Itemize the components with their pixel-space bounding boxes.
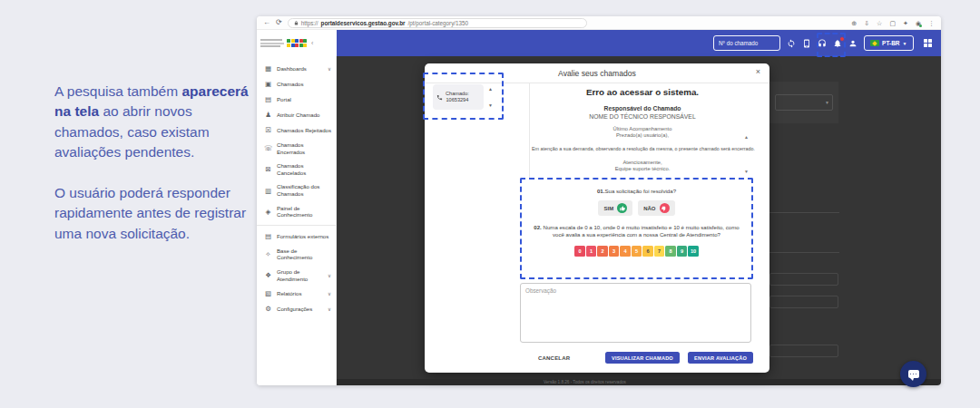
language-selector[interactable]: PT-BR ▼: [864, 35, 913, 51]
sidebar-item-label: Chamados Encerrados: [277, 141, 331, 155]
notifications-button[interactable]: [833, 39, 842, 48]
sidebar-item-chamados-cancelados[interactable]: ⊠Chamados Cancelados: [257, 159, 336, 180]
sidebar-item-label: Base de Conhecimento: [277, 248, 331, 261]
dashboard-icon: ▦: [264, 64, 272, 73]
sidebar-item-chamados-encerrados[interactable]: ☏Chamados Encerrados: [257, 138, 336, 159]
sidebar-item-relatorios[interactable]: ▧Relatórios∨: [257, 286, 336, 301]
sidebar-divider: [257, 225, 336, 226]
ticket-search-input[interactable]: [713, 35, 780, 51]
cancelled-icon: ⊠: [264, 165, 272, 173]
sidebar-item-dashboards[interactable]: ▦Dashboards∨: [257, 61, 336, 76]
rating-2[interactable]: 2: [597, 246, 608, 257]
sidebar-item-chamados-rejeitados[interactable]: ☒Chamados Rejeitados: [257, 122, 336, 138]
view-ticket-button[interactable]: VISUALIZAR CHAMADO: [605, 352, 680, 364]
chrome-toolbar-icons: ⊕ ⇩ ☆ ▢ ✦ ◉ ⋮: [851, 20, 935, 26]
app-header: ‹ PT-BR ▼: [257, 30, 941, 56]
mobile-icon: [802, 39, 811, 48]
cancel-button[interactable]: CANCELAR: [538, 355, 570, 361]
followup-signature: Equipe suporte técnico.: [532, 166, 753, 171]
followup-label: Último Acompanhamento: [532, 126, 753, 131]
ticket-subject: Erro ao acessar o sistema.: [532, 87, 753, 97]
question-1-text: Sua solicitação foi resolvida?: [604, 188, 676, 194]
send-rating-button[interactable]: ENVIAR AVALIAÇÃO: [688, 352, 753, 364]
sidebar: ▦Dashboards∨▣Chamados▤Portal♟Atribuir Ch…: [257, 56, 337, 385]
extensions-icon[interactable]: ✦: [903, 20, 908, 26]
sidebar-item-label: Classificação dos Chamados: [277, 183, 331, 197]
ticket-scroll-up-icon[interactable]: ▲: [488, 86, 493, 92]
rating-9[interactable]: 9: [677, 246, 688, 257]
zoom-icon[interactable]: ⊕: [851, 20, 857, 26]
language-label: PT-BR: [882, 40, 900, 46]
followup-scroll-up-icon[interactable]: ▲: [744, 134, 749, 140]
sidebar-item-label: Grupo de Atendimento: [277, 268, 323, 282]
caption-p1-pre: A pesquisa também: [54, 83, 181, 99]
side-panel-icon[interactable]: ▢: [889, 20, 896, 26]
sync-button[interactable]: [787, 39, 796, 48]
close-icon[interactable]: ×: [756, 68, 760, 76]
ticket-number: 10653294: [446, 97, 468, 102]
classification-icon: ▥: [264, 187, 272, 195]
collapse-sidebar-button[interactable]: ‹: [311, 40, 313, 46]
sidebar-item-painel-de-conhecimento[interactable]: ◈Painel de Conhecimento: [257, 201, 336, 222]
rating-7[interactable]: 7: [654, 246, 665, 257]
url-path: /pt/portal-category/1350: [408, 20, 469, 26]
address-bar[interactable]: https://portaldeservicos.gestao.gov.br/p…: [288, 18, 587, 28]
sidebar-item-base-de-conhecimento[interactable]: ✧Base de Conhecimento: [257, 244, 336, 265]
dimmed-input-field: [769, 296, 838, 308]
rating-5[interactable]: 5: [632, 246, 642, 257]
back-button[interactable]: ←: [263, 19, 270, 26]
bookmark-star-icon[interactable]: ☆: [877, 20, 882, 26]
sidebar-item-label: Relatórios: [277, 290, 301, 297]
knowledge-base-icon: ✧: [264, 250, 272, 258]
external-forms-icon: ▤: [264, 232, 272, 240]
ended-icon: ☏: [264, 144, 272, 152]
page: A pesquisa também aparecerá na tela ao a…: [0, 0, 980, 408]
question-2-text: Numa escala de 0 a 10, onde 0 é muito in…: [544, 224, 740, 238]
thumb-down-icon: [660, 203, 670, 213]
responsible-label: Responsável do Chamado: [532, 105, 753, 112]
sidebar-item-configuracoes[interactable]: ⚙Configurações∨: [257, 301, 336, 316]
sidebar-item-formularios-externos[interactable]: ▤Formulários externos: [257, 228, 336, 244]
dimmed-select-field: ▼: [775, 94, 833, 111]
sidebar-item-portal[interactable]: ▤Portal: [257, 92, 336, 107]
url-scheme: https://: [301, 20, 318, 26]
rating-4[interactable]: 4: [620, 246, 631, 257]
settings-icon: ⚙: [264, 305, 272, 313]
question-1: 01.Sua solicitação foi resolvida?: [522, 188, 751, 195]
browser-menu-icon[interactable]: ⋮: [928, 20, 935, 26]
sidebar-item-chamados[interactable]: ▣Chamados: [257, 76, 336, 92]
notification-badge: [839, 36, 845, 42]
observation-textarea[interactable]: [520, 283, 751, 343]
headset-button[interactable]: [818, 39, 827, 48]
rating-8[interactable]: 8: [665, 246, 676, 257]
profile-button[interactable]: [848, 39, 858, 48]
sidebar-item-label: Portal: [277, 96, 291, 103]
brasil-logo: [287, 39, 307, 47]
apps-grid-button[interactable]: [924, 39, 933, 48]
sidebar-item-atribuir-chamado[interactable]: ♟Atribuir Chamado: [257, 107, 336, 122]
ticket-card[interactable]: Chamado: 10653294: [433, 84, 484, 110]
modal-title: Avalie seus chamados: [558, 69, 636, 78]
reload-button[interactable]: ⟳: [276, 19, 282, 26]
yes-button[interactable]: SIM: [598, 200, 632, 216]
lock-icon: [294, 21, 299, 25]
portal-icon: ▤: [264, 95, 272, 103]
gov-logo: ‹: [257, 30, 337, 56]
no-button[interactable]: NÃO: [638, 200, 674, 216]
sidebar-item-label: Painel de Conhecimento: [277, 205, 331, 219]
help-fab[interactable]: [900, 361, 926, 387]
profile-icon[interactable]: ◉: [916, 20, 921, 26]
download-icon[interactable]: ⇩: [864, 20, 869, 26]
rating-10[interactable]: 10: [688, 246, 699, 257]
mobile-button[interactable]: [802, 39, 811, 48]
yes-no-row: SIM NÃO: [522, 200, 751, 216]
browser-chrome: ← ⟳ https://portaldeservicos.gestao.gov.…: [257, 16, 941, 30]
ticket-scroll-down-icon[interactable]: ▼: [488, 102, 493, 108]
rating-1[interactable]: 1: [586, 246, 597, 257]
rating-6[interactable]: 6: [642, 246, 653, 257]
sidebar-item-grupo-de-atendimento[interactable]: ❖Grupo de Atendimento∨: [257, 265, 336, 286]
rating-0[interactable]: 0: [574, 246, 585, 257]
followup-scroll-down-icon[interactable]: ▼: [744, 169, 749, 174]
rating-3[interactable]: 3: [609, 246, 620, 257]
sidebar-item-classificacao-dos-chamados[interactable]: ▥Classificação dos Chamados: [257, 180, 336, 200]
